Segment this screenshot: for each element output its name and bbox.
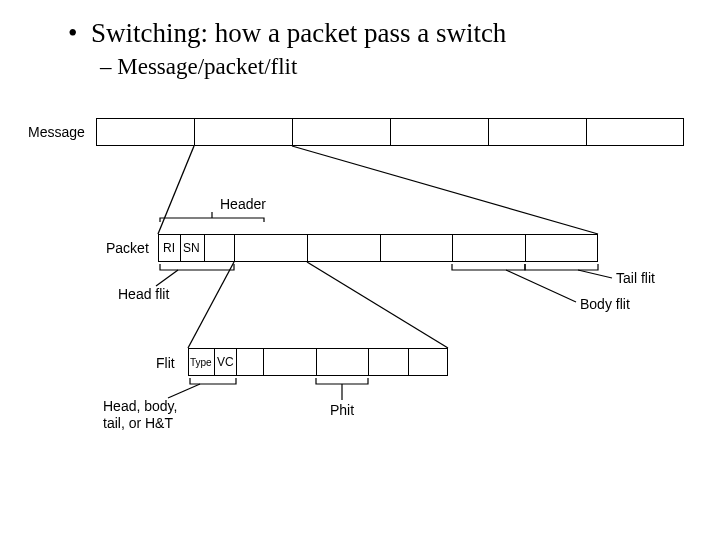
header-label: Header [220, 196, 266, 212]
packet-sn-sep [204, 234, 205, 262]
type-field: Type [190, 357, 212, 368]
tail-flit-label: Tail flit [616, 270, 655, 286]
svg-line-6 [188, 262, 234, 348]
flit-label: Flit [156, 355, 175, 371]
svg-line-3 [156, 270, 178, 286]
flit-vc-sep [236, 348, 237, 376]
bullet-marker: • [68, 18, 91, 48]
flit-sep [263, 348, 264, 376]
svg-line-7 [307, 262, 448, 348]
packet-sep [525, 234, 526, 262]
ri-field: RI [163, 241, 175, 255]
phit-label: Phit [330, 402, 354, 418]
bullet-sub-text: Message/packet/flit [117, 54, 297, 79]
svg-line-5 [578, 270, 612, 278]
head-flit-label: Head flit [118, 286, 169, 302]
svg-line-1 [292, 146, 598, 234]
packet-sep [452, 234, 453, 262]
flit-sep [316, 348, 317, 376]
svg-line-0 [158, 146, 194, 234]
packet-sep [234, 234, 235, 262]
bullet-main-text: Switching: how a packet pass a switch [91, 18, 506, 48]
head-body-tail-label: Head, body, tail, or H&T [103, 398, 177, 432]
flit-sep [368, 348, 369, 376]
dash-marker: – [100, 54, 117, 79]
diagram-container: Message Header Packet [28, 108, 698, 478]
svg-line-8 [168, 384, 200, 398]
flit-sep [408, 348, 409, 376]
sn-field: SN [183, 241, 200, 255]
bullet-main: • Switching: how a packet pass a switch [68, 18, 506, 49]
body-flit-label: Body flit [580, 296, 630, 312]
packet-ri-sep [180, 234, 181, 262]
packet-rect [158, 234, 598, 262]
flit-type-sep [214, 348, 215, 376]
packet-label: Packet [106, 240, 149, 256]
svg-line-4 [506, 270, 576, 302]
packet-sep [307, 234, 308, 262]
packet-sep [380, 234, 381, 262]
vc-field: VC [217, 355, 234, 369]
bullet-sub: – Message/packet/flit [100, 54, 297, 80]
